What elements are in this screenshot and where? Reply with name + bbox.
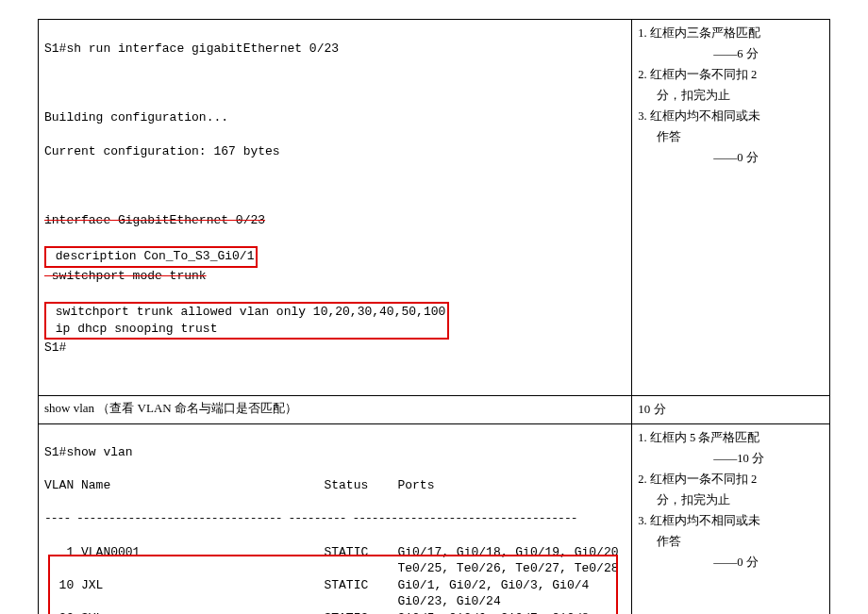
end-prompt: S1# <box>44 340 626 357</box>
criteria-2a: 2. 红框内一条不同扣 2 <box>638 65 824 84</box>
section2-score: 10 分 <box>632 395 830 423</box>
vlan-highlight-box <box>48 555 618 614</box>
criteria-2b: 分，扣完为止 <box>638 86 824 105</box>
criteria-1: 1. 红框内 5 条严格匹配 <box>638 428 824 447</box>
criteria-3-score: ——0 分 <box>638 553 824 572</box>
criteria-1-score: ——6 分 <box>638 44 824 63</box>
section2-desc: show vlan （查看 VLAN 命名与端口是否匹配） <box>39 395 632 423</box>
criteria-3-score: ——0 分 <box>638 148 824 167</box>
current-line: Current configuration: 167 bytes <box>44 143 626 160</box>
criteria-3a: 3. 红框内均不相同或未 <box>638 511 824 530</box>
criteria-3b: 作答 <box>638 127 824 146</box>
trunk-dhcp-box: switchport trunk allowed vlan only 10,20… <box>44 302 449 340</box>
terminal-output-2: S1#show vlan VLAN Name Status Ports ----… <box>44 428 626 614</box>
criteria-3a: 3. 红框内均不相同或未 <box>638 107 824 125</box>
desc-line: description Con_To_S3_Gi0/1 <box>44 246 258 267</box>
cmd: S1#sh run interface gigabitEthernet 0/23 <box>44 41 626 58</box>
criteria-2b: 分，扣完为止 <box>638 490 824 509</box>
grading-table: S1#sh run interface gigabitEthernet 0/23… <box>38 19 830 614</box>
vlan-cmd: S1#show vlan <box>44 444 626 461</box>
section1-output: S1#sh run interface gigabitEthernet 0/23… <box>39 20 632 396</box>
iface-line: interface GigabitEthernet 0/23 <box>44 212 626 229</box>
vlan-header: VLAN Name Status Ports <box>44 477 626 494</box>
criteria-3b: 作答 <box>638 532 824 551</box>
criteria-1-score: ——10 分 <box>638 449 824 468</box>
building-line: Building configuration... <box>44 109 626 126</box>
section1-criteria: 1. 红框内三条严格匹配 ——6 分 2. 红框内一条不同扣 2 分，扣完为止 … <box>632 20 830 396</box>
section2-output: S1#show vlan VLAN Name Status Ports ----… <box>39 423 632 614</box>
dash-line: ---- -------------------------------- --… <box>44 510 626 527</box>
criteria-1: 1. 红框内三条严格匹配 <box>638 24 824 42</box>
mode-line: switchport mode trunk <box>44 268 626 285</box>
terminal-output-1: S1#sh run interface gigabitEthernet 0/23… <box>44 24 626 391</box>
criteria-2a: 2. 红框内一条不同扣 2 <box>638 470 824 489</box>
section2-criteria: 1. 红框内 5 条严格匹配 ——10 分 2. 红框内一条不同扣 2 分，扣完… <box>632 423 830 614</box>
